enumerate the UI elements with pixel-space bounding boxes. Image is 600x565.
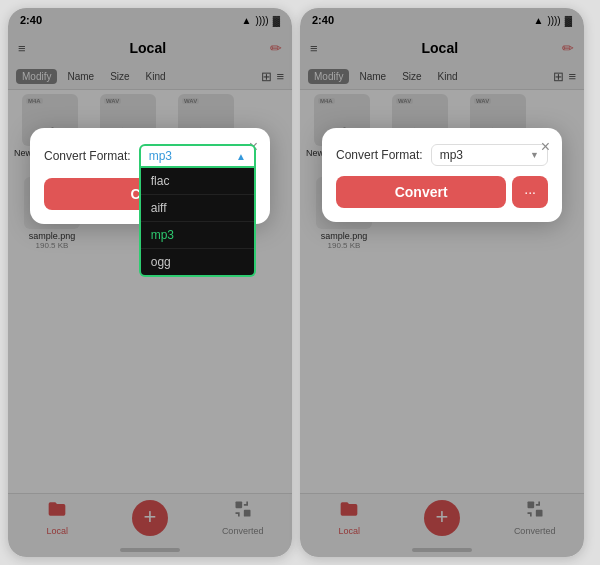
right-dropdown-chevron-icon: ▼ (530, 150, 539, 160)
left-dropdown-item-0[interactable]: flac (141, 168, 254, 195)
left-dropdown-trigger[interactable]: mp3 ▲ (139, 144, 256, 168)
left-modal-overlay: × Convert Format: mp3 ▲ flac aiff mp3 og… (8, 8, 292, 557)
left-dropdown-item-2[interactable]: mp3 (141, 222, 254, 249)
left-modal-row: Convert Format: mp3 ▲ flac aiff mp3 ogg (44, 144, 256, 168)
right-modal-close[interactable]: × (541, 138, 550, 156)
right-dropdown[interactable]: mp3 ▼ (431, 144, 548, 166)
right-convert-button[interactable]: Convert (336, 176, 506, 208)
right-btn-row: Convert ··· (336, 176, 548, 208)
right-more-button[interactable]: ··· (512, 176, 548, 208)
left-convert-label: Convert Format: (44, 149, 131, 163)
right-phone-panel: 2:40 ▲ )))) ▓ ≡ Local ✏ Modify Name Size… (300, 8, 584, 557)
left-dropdown-list: flac aiff mp3 ogg (139, 168, 256, 277)
left-dropdown-container: mp3 ▲ flac aiff mp3 ogg (139, 144, 256, 168)
right-modal-card: × Convert Format: mp3 ▼ Convert ··· (322, 128, 562, 222)
right-modal-overlay: × Convert Format: mp3 ▼ Convert ··· (300, 8, 584, 557)
left-modal-card: × Convert Format: mp3 ▲ flac aiff mp3 og… (30, 128, 270, 224)
right-dropdown-selected: mp3 (440, 148, 463, 162)
left-phone-panel: 2:40 ▲ )))) ▓ ≡ Local ✏ Modify Name Size… (8, 8, 292, 557)
right-modal-row: Convert Format: mp3 ▼ (336, 144, 548, 166)
left-dropdown-item-1[interactable]: aiff (141, 195, 254, 222)
right-convert-label: Convert Format: (336, 148, 423, 162)
left-dropdown-selected: mp3 (149, 149, 172, 163)
left-dropdown-chevron-icon: ▲ (236, 151, 246, 162)
left-dropdown-item-3[interactable]: ogg (141, 249, 254, 275)
